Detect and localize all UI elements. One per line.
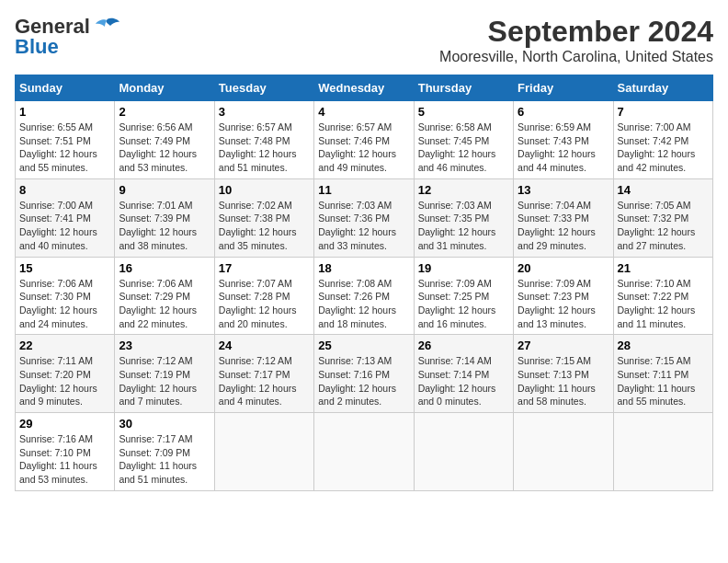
calendar-day-cell: 20Sunrise: 7:09 AMSunset: 7:23 PMDayligh…	[514, 257, 613, 335]
day-number: 28	[618, 339, 709, 352]
day-info: Sunrise: 7:07 AMSunset: 7:28 PMDaylight:…	[219, 277, 310, 331]
page-title: September 2024	[439, 15, 713, 49]
day-number: 3	[219, 105, 310, 119]
page-header: General Blue September 2024 Mooresville,…	[15, 15, 713, 65]
daylight-text: Daylight: 12 hours and 2 minutes.	[318, 383, 396, 408]
day-info: Sunrise: 7:15 AMSunset: 7:13 PMDaylight:…	[518, 354, 609, 408]
sunrise-text: Sunrise: 7:03 AM	[418, 200, 492, 211]
day-number: 12	[418, 183, 509, 197]
daylight-text: Daylight: 12 hours and 22 minutes.	[119, 304, 197, 329]
sunrise-text: Sunrise: 7:15 AM	[518, 355, 591, 366]
calendar-day-cell: 17Sunrise: 7:07 AMSunset: 7:28 PMDayligh…	[214, 257, 313, 335]
sunrise-text: Sunrise: 7:00 AM	[618, 121, 691, 132]
sunset-text: Sunset: 7:17 PM	[219, 369, 290, 380]
page-subtitle: Mooresville, North Carolina, United Stat…	[439, 49, 713, 65]
calendar-day-cell: 9Sunrise: 7:01 AMSunset: 7:39 PMDaylight…	[115, 178, 214, 257]
sunrise-text: Sunrise: 7:06 AM	[119, 278, 192, 289]
calendar-day-cell: 6Sunrise: 6:59 AMSunset: 7:43 PMDaylight…	[514, 101, 613, 179]
sunrise-text: Sunrise: 7:04 AM	[518, 200, 591, 211]
daylight-text: Daylight: 12 hours and 49 minutes.	[318, 148, 396, 173]
day-info: Sunrise: 7:14 AMSunset: 7:14 PMDaylight:…	[418, 354, 509, 408]
day-info: Sunrise: 6:59 AMSunset: 7:43 PMDaylight:…	[518, 121, 609, 175]
day-number: 15	[19, 261, 110, 275]
day-info: Sunrise: 7:03 AMSunset: 7:36 PMDaylight:…	[318, 199, 409, 253]
calendar-day-cell: 5Sunrise: 6:58 AMSunset: 7:45 PMDaylight…	[414, 101, 513, 179]
sunrise-text: Sunrise: 7:12 AM	[219, 355, 292, 366]
daylight-text: Daylight: 12 hours and 24 minutes.	[19, 304, 97, 329]
sunrise-text: Sunrise: 6:58 AM	[418, 121, 492, 132]
sunset-text: Sunset: 7:32 PM	[618, 213, 689, 224]
calendar-day-cell	[214, 413, 313, 491]
day-number: 14	[618, 183, 709, 197]
day-info: Sunrise: 6:57 AMSunset: 7:46 PMDaylight:…	[318, 121, 409, 175]
sunset-text: Sunset: 7:19 PM	[119, 369, 190, 380]
sunset-text: Sunset: 7:29 PM	[119, 291, 190, 302]
calendar-day-cell: 28Sunrise: 7:15 AMSunset: 7:11 PMDayligh…	[613, 335, 712, 413]
daylight-text: Daylight: 12 hours and 51 minutes.	[219, 148, 297, 173]
calendar-day-cell: 22Sunrise: 7:11 AMSunset: 7:20 PMDayligh…	[16, 335, 115, 413]
day-info: Sunrise: 7:08 AMSunset: 7:26 PMDaylight:…	[318, 277, 409, 331]
sunrise-text: Sunrise: 7:02 AM	[219, 200, 292, 211]
sunrise-text: Sunrise: 7:01 AM	[119, 200, 192, 211]
calendar-day-cell	[314, 413, 414, 491]
daylight-text: Daylight: 12 hours and 40 minutes.	[19, 226, 97, 251]
calendar-day-cell: 24Sunrise: 7:12 AMSunset: 7:17 PMDayligh…	[214, 335, 313, 413]
calendar-day-cell: 7Sunrise: 7:00 AMSunset: 7:42 PMDaylight…	[613, 101, 712, 179]
daylight-text: Daylight: 12 hours and 55 minutes.	[19, 148, 97, 173]
calendar-header-row: Sunday Monday Tuesday Wednesday Thursday…	[16, 75, 713, 101]
calendar-day-cell: 11Sunrise: 7:03 AMSunset: 7:36 PMDayligh…	[314, 178, 414, 257]
daylight-text: Daylight: 12 hours and 16 minutes.	[418, 304, 496, 329]
day-info: Sunrise: 7:05 AMSunset: 7:32 PMDaylight:…	[618, 199, 709, 253]
col-saturday: Saturday	[613, 75, 712, 101]
sunrise-text: Sunrise: 7:08 AM	[318, 278, 392, 289]
day-info: Sunrise: 7:16 AMSunset: 7:10 PMDaylight:…	[19, 432, 110, 487]
calendar-day-cell: 27Sunrise: 7:15 AMSunset: 7:13 PMDayligh…	[514, 335, 613, 413]
day-info: Sunrise: 6:55 AMSunset: 7:51 PMDaylight:…	[19, 121, 110, 175]
calendar-day-cell: 1Sunrise: 6:55 AMSunset: 7:51 PMDaylight…	[16, 101, 115, 179]
day-number: 26	[418, 339, 509, 352]
sunset-text: Sunset: 7:33 PM	[518, 213, 589, 224]
day-info: Sunrise: 7:12 AMSunset: 7:19 PMDaylight:…	[119, 354, 210, 408]
day-number: 20	[518, 261, 609, 275]
day-number: 21	[618, 261, 709, 275]
calendar-day-cell: 13Sunrise: 7:04 AMSunset: 7:33 PMDayligh…	[514, 178, 613, 257]
day-info: Sunrise: 6:57 AMSunset: 7:48 PMDaylight:…	[219, 121, 310, 175]
sunset-text: Sunset: 7:51 PM	[19, 135, 91, 146]
calendar-week-5: 29Sunrise: 7:16 AMSunset: 7:10 PMDayligh…	[16, 413, 713, 491]
daylight-text: Daylight: 12 hours and 20 minutes.	[219, 304, 297, 329]
daylight-text: Daylight: 12 hours and 4 minutes.	[219, 383, 297, 408]
day-info: Sunrise: 7:06 AMSunset: 7:29 PMDaylight:…	[119, 277, 210, 331]
day-info: Sunrise: 7:02 AMSunset: 7:38 PMDaylight:…	[219, 199, 310, 253]
day-number: 18	[318, 261, 409, 275]
day-info: Sunrise: 7:10 AMSunset: 7:22 PMDaylight:…	[618, 277, 709, 331]
logo-blue: Blue	[15, 35, 59, 59]
calendar-day-cell: 3Sunrise: 6:57 AMSunset: 7:48 PMDaylight…	[214, 101, 313, 179]
calendar-day-cell: 25Sunrise: 7:13 AMSunset: 7:16 PMDayligh…	[314, 335, 414, 413]
calendar-day-cell: 12Sunrise: 7:03 AMSunset: 7:35 PMDayligh…	[414, 178, 513, 257]
calendar-day-cell: 10Sunrise: 7:02 AMSunset: 7:38 PMDayligh…	[214, 178, 313, 257]
daylight-text: Daylight: 11 hours and 58 minutes.	[518, 383, 596, 408]
sunrise-text: Sunrise: 7:00 AM	[19, 200, 93, 211]
sunrise-text: Sunrise: 7:03 AM	[318, 200, 392, 211]
day-number: 23	[119, 339, 210, 352]
calendar-day-cell	[514, 413, 613, 491]
sunrise-text: Sunrise: 7:05 AM	[618, 200, 691, 211]
daylight-text: Daylight: 12 hours and 13 minutes.	[518, 304, 596, 329]
calendar-day-cell: 29Sunrise: 7:16 AMSunset: 7:10 PMDayligh…	[16, 413, 115, 491]
calendar-week-2: 8Sunrise: 7:00 AMSunset: 7:41 PMDaylight…	[16, 178, 713, 257]
sunset-text: Sunset: 7:10 PM	[19, 447, 91, 458]
sunset-text: Sunset: 7:36 PM	[318, 213, 390, 224]
daylight-text: Daylight: 12 hours and 46 minutes.	[418, 148, 496, 173]
sunset-text: Sunset: 7:45 PM	[418, 135, 490, 146]
day-info: Sunrise: 7:12 AMSunset: 7:17 PMDaylight:…	[219, 354, 310, 408]
day-info: Sunrise: 7:06 AMSunset: 7:30 PMDaylight:…	[19, 277, 110, 331]
daylight-text: Daylight: 12 hours and 38 minutes.	[119, 226, 197, 251]
day-number: 2	[119, 105, 210, 119]
day-info: Sunrise: 7:09 AMSunset: 7:25 PMDaylight:…	[418, 277, 509, 331]
sunrise-text: Sunrise: 6:56 AM	[119, 121, 192, 132]
sunset-text: Sunset: 7:38 PM	[219, 213, 290, 224]
sunset-text: Sunset: 7:41 PM	[19, 213, 91, 224]
daylight-text: Daylight: 12 hours and 53 minutes.	[119, 148, 197, 173]
sunset-text: Sunset: 7:25 PM	[418, 291, 490, 302]
sunset-text: Sunset: 7:42 PM	[618, 135, 689, 146]
